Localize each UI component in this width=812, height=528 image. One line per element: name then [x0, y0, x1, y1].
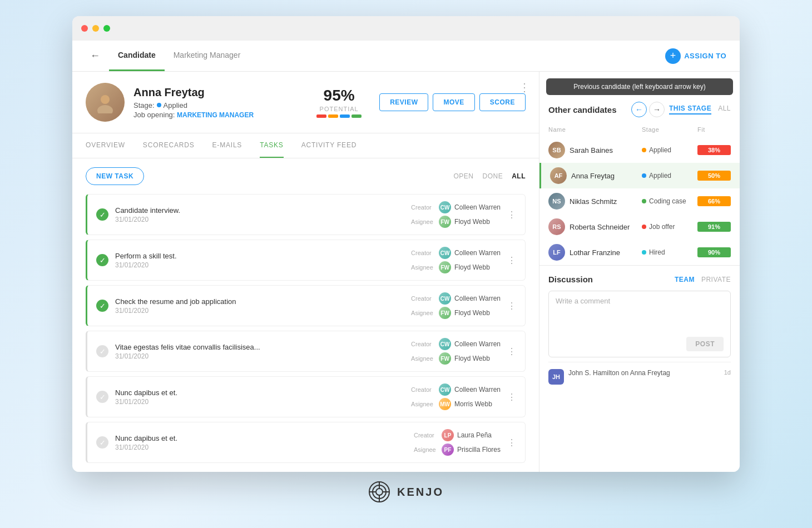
- candidate-name: Lothar Franzine: [570, 248, 620, 257]
- bar-green: [351, 114, 362, 118]
- task-more-button[interactable]: ⋮: [507, 255, 516, 266]
- check-icon: ✓: [96, 300, 108, 312]
- assignee-avatar: FW: [439, 307, 451, 319]
- task-more-button[interactable]: ⋮: [507, 346, 516, 357]
- creator-label: Creator: [411, 250, 435, 256]
- back-button[interactable]: ←: [86, 48, 105, 64]
- other-candidates-title: Other candidates: [548, 105, 627, 114]
- comment-placeholder: Write a comment: [556, 297, 724, 332]
- filter-done[interactable]: DONE: [483, 172, 503, 180]
- feed-item: JH John S. Hamilton on Anna Freytag 1d: [548, 362, 731, 385]
- task-item: ✓ Nunc dapibus et et. 31/01/2020 Creator…: [86, 422, 526, 463]
- stage-indicator: [642, 199, 646, 203]
- post-button[interactable]: POST: [686, 337, 724, 351]
- main-layout: Anna Freytag Stage: Applied Job opening:…: [72, 72, 740, 472]
- filter-all[interactable]: ALL: [512, 172, 526, 180]
- task-more-button[interactable]: ⋮: [507, 392, 516, 402]
- tab-this-stage[interactable]: THIS STAGE: [669, 104, 711, 114]
- dot-green[interactable]: [103, 25, 110, 32]
- assignee-avatar: FW: [439, 216, 451, 228]
- dot-yellow[interactable]: [92, 25, 99, 32]
- task-assignees: Creator CW Colleen Warren Asignee MW Mor…: [411, 383, 501, 410]
- candidate-name: Sarah Baines: [570, 146, 613, 155]
- candidate-stage: Stage: Applied: [133, 101, 299, 109]
- stage-indicator: [642, 148, 646, 152]
- assignee-label: Asignee: [411, 401, 435, 407]
- comment-box[interactable]: Write a comment POST: [548, 291, 731, 357]
- new-task-button[interactable]: NEW TASK: [86, 167, 144, 185]
- task-content: Check the resume and job application 31/…: [115, 297, 404, 315]
- tab-team[interactable]: TEAM: [675, 276, 695, 283]
- bar-red: [316, 114, 326, 118]
- tab-scorecards[interactable]: SCORECARDS: [143, 133, 195, 158]
- tab-all[interactable]: ALL: [718, 104, 731, 114]
- assign-to-button[interactable]: + ASSIGN TO: [665, 48, 726, 64]
- task-content: Candidate interview. 31/01/2020: [115, 206, 404, 223]
- avatar-image: [86, 83, 125, 122]
- svg-point-0: [101, 95, 110, 104]
- more-options-button[interactable]: ⋮: [519, 81, 530, 94]
- candidate-row[interactable]: SB Sarah Baines Applied 38%: [539, 137, 740, 163]
- task-title: Perform a skill test.: [115, 252, 404, 260]
- candidate-row[interactable]: NS Niklas Schmitz Coding case 66%: [539, 188, 740, 214]
- bar-orange: [328, 114, 338, 118]
- task-title: Vitae egestas felis vitae convallis faci…: [115, 343, 404, 351]
- assignee-label: Asignee: [411, 264, 435, 271]
- task-more-button[interactable]: ⋮: [507, 210, 516, 220]
- task-more-button[interactable]: ⋮: [507, 437, 516, 448]
- candidate-row[interactable]: LF Lothar Franzine Hired 90%: [539, 240, 740, 265]
- task-content: Nunc dapibus et et. 31/01/2020: [115, 434, 407, 451]
- candidate-avatar: SB: [548, 142, 565, 158]
- bar-blue: [340, 114, 350, 118]
- tab-emails[interactable]: E-MAILS: [212, 133, 242, 158]
- candidate-name: Roberta Schneider: [570, 223, 630, 231]
- feed-user-avatar: JH: [548, 369, 564, 385]
- stage-indicator: [642, 173, 646, 178]
- tab-marketing[interactable]: Marketing Manager: [165, 41, 250, 71]
- tab-candidate[interactable]: Candidate: [109, 41, 165, 71]
- tab-overview[interactable]: OVERVIEW: [86, 133, 125, 158]
- candidate-row[interactable]: RS Roberta Schneider Job offer 91%: [539, 214, 740, 240]
- potential-box: 95% POTENTIAL: [316, 87, 362, 118]
- avatar: [86, 83, 125, 122]
- tasks-toolbar: NEW TASK OPEN DONE ALL: [86, 167, 526, 185]
- candidate-name-cell: SB Sarah Baines: [548, 142, 642, 158]
- review-button[interactable]: REVIEW: [379, 93, 428, 111]
- creator-row: Creator LP Laura Peña: [414, 429, 501, 441]
- candidate-row-selected[interactable]: AF Anna Freytag Applied 50%: [539, 163, 740, 188]
- creator-label: Creator: [411, 386, 435, 393]
- fit-badge: 90%: [697, 247, 731, 257]
- creator-label: Creator: [411, 341, 435, 347]
- filter-open[interactable]: OPEN: [453, 172, 473, 180]
- tab-private[interactable]: PRIVATE: [701, 276, 731, 283]
- candidate-avatar: RS: [548, 218, 565, 235]
- tab-activity-feed[interactable]: ACTIVITY FEED: [301, 133, 357, 158]
- creator-label: Creator: [414, 432, 438, 439]
- color-bars: [316, 114, 362, 118]
- table-header: Name Stage Fit: [539, 124, 740, 137]
- job-link[interactable]: MARKETING MANAGER: [177, 111, 254, 119]
- prev-candidate-button[interactable]: ←: [631, 102, 647, 117]
- task-more-button[interactable]: ⋮: [507, 301, 516, 311]
- discussion-title: Discussion: [548, 275, 675, 284]
- stage-dot-icon: [157, 103, 161, 107]
- assignee-avatar: PF: [442, 444, 454, 456]
- task-date: 31/01/2020: [115, 216, 404, 223]
- next-candidate-button[interactable]: →: [649, 102, 665, 117]
- candidates-header: Other candidates ← → THIS STAGE ALL: [539, 95, 740, 124]
- potential-label: POTENTIAL: [316, 106, 362, 112]
- fit-badge: 66%: [697, 196, 731, 206]
- task-assignees: Creator LP Laura Peña Asignee PF Priscil…: [414, 429, 501, 456]
- check-icon-pending: ✓: [96, 391, 108, 403]
- assignee-label: Asignee: [414, 446, 438, 453]
- nav-arrows: ← →: [631, 102, 665, 117]
- assignee-row: Asignee MW Morris Webb: [411, 398, 501, 410]
- move-button[interactable]: MOVE: [433, 93, 474, 111]
- titlebar: [72, 16, 740, 41]
- creator-avatar: CW: [439, 338, 451, 350]
- task-content: Vitae egestas felis vitae convallis faci…: [115, 343, 404, 360]
- dot-red[interactable]: [81, 25, 88, 32]
- tab-tasks[interactable]: TASKS: [260, 133, 283, 158]
- fit-badge: 91%: [697, 222, 731, 232]
- score-button[interactable]: SCORE: [479, 93, 526, 111]
